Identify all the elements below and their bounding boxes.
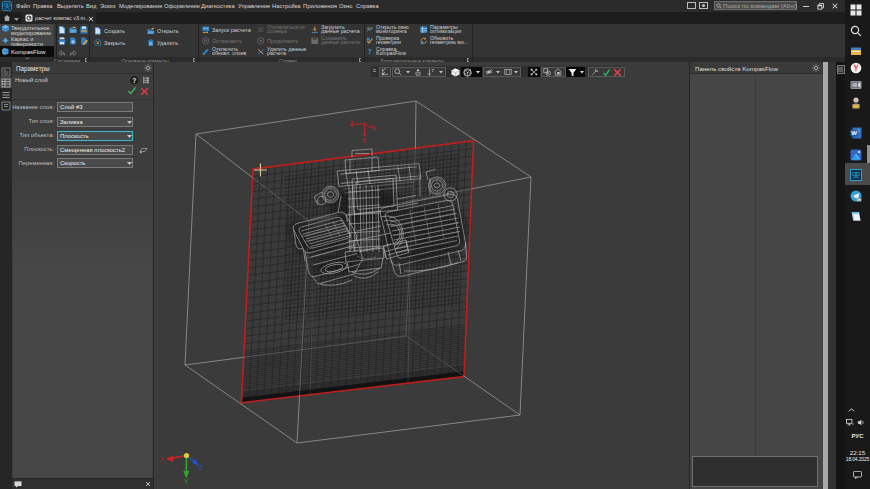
svg-text:Z: Z: [199, 464, 203, 471]
svg-text:W: W: [851, 130, 857, 136]
svg-text:?: ?: [368, 48, 372, 55]
svg-text:Y: Y: [184, 478, 189, 485]
svg-text:?: ?: [132, 77, 136, 84]
svg-text:X: X: [160, 456, 165, 463]
